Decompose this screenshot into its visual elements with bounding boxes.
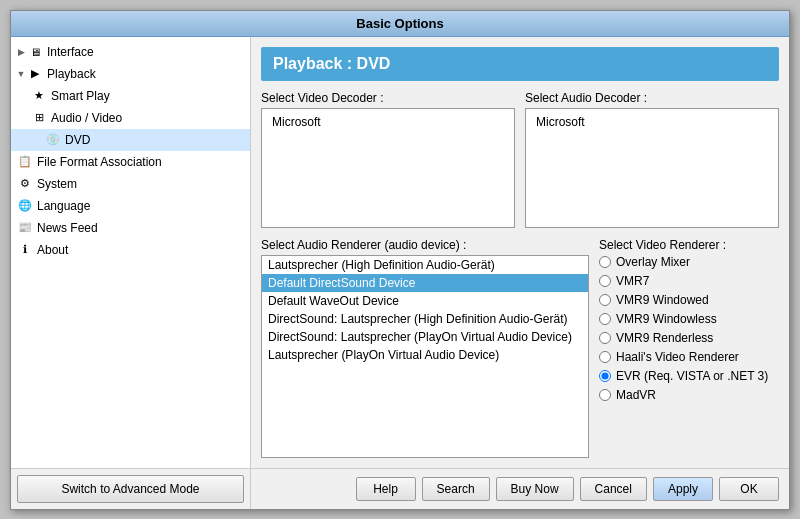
audio-decoder-item[interactable]: Microsoft <box>530 113 774 131</box>
audio-renderer-item[interactable]: DirectSound: Lautsprecher (High Definiti… <box>262 310 588 328</box>
video-decoder-label: Select Video Decoder : <box>261 91 515 105</box>
audio-decoder-label: Select Audio Decoder : <box>525 91 779 105</box>
section-title: Playback : DVD <box>273 55 390 72</box>
video-renderer-radio[interactable] <box>599 332 611 344</box>
sidebar-item-smart-play[interactable]: ★Smart Play <box>11 85 250 107</box>
sidebar-item-playback[interactable]: ▼▶Playback <box>11 63 250 85</box>
sidebar-item-label: System <box>37 177 77 191</box>
expand-arrow-icon: ▶ <box>17 48 25 56</box>
video-decoder-section: Select Video Decoder : Microsoft <box>261 91 515 228</box>
audio-renderer-item[interactable]: Default DirectSound Device <box>262 274 588 292</box>
video-renderer-option-label: VMR7 <box>616 274 649 288</box>
video-decoder-item[interactable]: Microsoft <box>266 113 510 131</box>
apply-button[interactable]: Apply <box>653 477 713 501</box>
grid-icon: ⊞ <box>31 110 47 126</box>
video-renderer-option-label: VMR9 Renderless <box>616 331 713 345</box>
content-area: Playback : DVD Select Video Decoder : Mi… <box>251 37 789 468</box>
audio-renderer-list[interactable]: Lautsprecher (High Definition Audio-Gerä… <box>261 255 589 458</box>
video-renderer-option[interactable]: VMR9 Renderless <box>599 331 779 345</box>
ok-button[interactable]: OK <box>719 477 779 501</box>
footer-right: Help Search Buy Now Cancel Apply OK <box>251 469 789 509</box>
sidebar-item-dvd[interactable]: 💿DVD <box>11 129 250 151</box>
video-renderer-option-label: EVR (Req. VISTA or .NET 3) <box>616 369 768 383</box>
video-renderer-option[interactable]: Overlay Mixer <box>599 255 779 269</box>
video-renderer-radio[interactable] <box>599 275 611 287</box>
buy-now-button[interactable]: Buy Now <box>496 477 574 501</box>
main-content: ▶🖥Interface▼▶Playback★Smart Play⊞Audio /… <box>11 37 789 468</box>
video-decoder-list[interactable]: Microsoft <box>261 108 515 228</box>
sidebar-item-audio-video[interactable]: ⊞Audio / Video <box>11 107 250 129</box>
audio-renderer-item[interactable]: Default WaveOut Device <box>262 292 588 310</box>
sidebar-item-label: Language <box>37 199 90 213</box>
video-renderer-radio[interactable] <box>599 294 611 306</box>
sidebar: ▶🖥Interface▼▶Playback★Smart Play⊞Audio /… <box>11 37 251 468</box>
video-renderer-label: Select Video Renderer : <box>599 238 779 252</box>
video-renderer-option[interactable]: MadVR <box>599 388 779 402</box>
sidebar-item-label: News Feed <box>37 221 98 235</box>
audio-renderer-item[interactable]: Lautsprecher (PlayOn Virtual Audio Devic… <box>262 346 588 364</box>
smart-icon: ★ <box>31 88 47 104</box>
dvd-icon: 💿 <box>45 132 61 148</box>
video-renderer-option[interactable]: VMR9 Windowed <box>599 293 779 307</box>
gear-icon: ⚙ <box>17 176 33 192</box>
sidebar-item-label: About <box>37 243 68 257</box>
monitor-icon: 🖥 <box>27 44 43 60</box>
audio-renderer-item[interactable]: Lautsprecher (High Definition Audio-Gerä… <box>262 256 588 274</box>
video-renderer-radio[interactable] <box>599 256 611 268</box>
footer-left: Switch to Advanced Mode <box>11 469 251 509</box>
help-button[interactable]: Help <box>356 477 416 501</box>
video-renderer-radio[interactable] <box>599 313 611 325</box>
main-window: Basic Options ▶🖥Interface▼▶Playback★Smar… <box>10 10 790 510</box>
sidebar-item-about[interactable]: ℹAbout <box>11 239 250 261</box>
audio-renderer-item[interactable]: DirectSound: Lautsprecher (PlayOn Virtua… <box>262 328 588 346</box>
video-renderer-option[interactable]: VMR9 Windowless <box>599 312 779 326</box>
audio-decoder-section: Select Audio Decoder : Microsoft <box>525 91 779 228</box>
advanced-mode-button[interactable]: Switch to Advanced Mode <box>17 475 244 503</box>
bottom-row: Select Audio Renderer (audio device) : L… <box>261 238 779 458</box>
video-renderer-option-label: MadVR <box>616 388 656 402</box>
search-button[interactable]: Search <box>422 477 490 501</box>
lang-icon: 🌐 <box>17 198 33 214</box>
audio-renderer-section: Select Audio Renderer (audio device) : L… <box>261 238 589 458</box>
sidebar-item-interface[interactable]: ▶🖥Interface <box>11 41 250 63</box>
video-renderer-option[interactable]: VMR7 <box>599 274 779 288</box>
decoders-row: Select Video Decoder : Microsoft Select … <box>261 91 779 228</box>
video-renderer-radio[interactable] <box>599 370 611 382</box>
news-icon: 📰 <box>17 220 33 236</box>
video-renderer-radio[interactable] <box>599 351 611 363</box>
sidebar-item-label: DVD <box>65 133 90 147</box>
video-renderer-option-label: Overlay Mixer <box>616 255 690 269</box>
video-renderer-options: Overlay MixerVMR7VMR9 WindowedVMR9 Windo… <box>599 255 779 405</box>
sidebar-item-label: Smart Play <box>51 89 110 103</box>
sidebar-item-label: Playback <box>47 67 96 81</box>
sidebar-item-file-format[interactable]: 📋File Format Association <box>11 151 250 173</box>
video-renderer-option-label: VMR9 Windowless <box>616 312 717 326</box>
file-icon: 📋 <box>17 154 33 170</box>
video-renderer-option-label: VMR9 Windowed <box>616 293 709 307</box>
sidebar-item-label: File Format Association <box>37 155 162 169</box>
cancel-button[interactable]: Cancel <box>580 477 647 501</box>
video-renderer-option[interactable]: Haali's Video Renderer <box>599 350 779 364</box>
footer: Switch to Advanced Mode Help Search Buy … <box>11 468 789 509</box>
video-renderer-option-label: Haali's Video Renderer <box>616 350 739 364</box>
video-renderer-radio[interactable] <box>599 389 611 401</box>
sidebar-item-system[interactable]: ⚙System <box>11 173 250 195</box>
play-icon: ▶ <box>27 66 43 82</box>
sidebar-item-label: Audio / Video <box>51 111 122 125</box>
video-renderer-option[interactable]: EVR (Req. VISTA or .NET 3) <box>599 369 779 383</box>
title-bar: Basic Options <box>11 11 789 37</box>
expand-arrow-icon: ▼ <box>17 70 25 78</box>
content-header: Playback : DVD <box>261 47 779 81</box>
sidebar-item-language[interactable]: 🌐Language <box>11 195 250 217</box>
sidebar-item-news-feed[interactable]: 📰News Feed <box>11 217 250 239</box>
window-title: Basic Options <box>356 16 443 31</box>
audio-renderer-label: Select Audio Renderer (audio device) : <box>261 238 589 252</box>
video-renderer-section: Select Video Renderer : Overlay MixerVMR… <box>599 238 779 458</box>
sidebar-item-label: Interface <box>47 45 94 59</box>
audio-decoder-list[interactable]: Microsoft <box>525 108 779 228</box>
info-icon: ℹ <box>17 242 33 258</box>
